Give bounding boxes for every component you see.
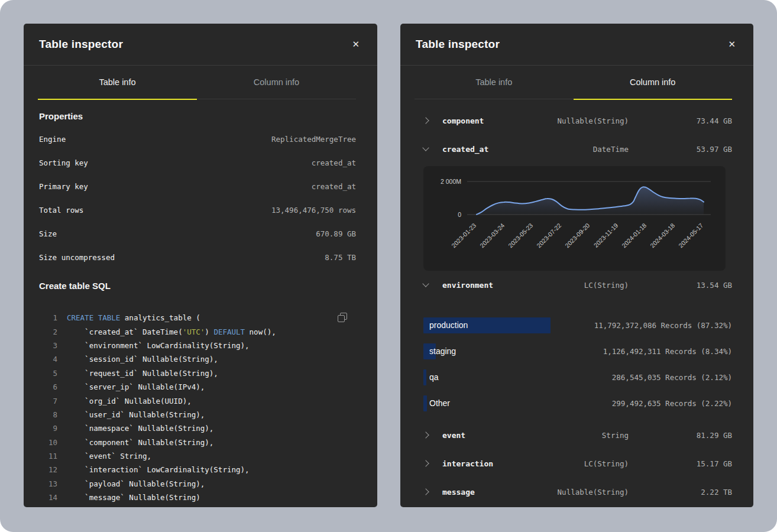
created-at-distribution-chart: 2 000M02023-01-232023-03-242023-05-23202… bbox=[423, 166, 726, 271]
create-table-sql-heading: Create table SQL bbox=[39, 281, 356, 291]
line-number: 2 bbox=[39, 327, 57, 336]
sql-token-pl: `environment` LowCardinality(String), bbox=[67, 341, 250, 350]
sql-code-block: 1CREATE TABLE analytics_table (2 `create… bbox=[24, 311, 377, 507]
close-button[interactable]: ✕ bbox=[349, 38, 362, 51]
column-row-interaction[interactable]: interactionLC(String)15.17 GB bbox=[400, 449, 753, 478]
sql-line: 13 `payload` Nullable(String), bbox=[24, 477, 377, 491]
x-axis-label: 2023-03-24 bbox=[478, 222, 506, 249]
column-row-environment[interactable]: environmentLC(String)13.54 GB bbox=[400, 271, 753, 299]
column-row-event[interactable]: eventString81.29 GB bbox=[400, 421, 753, 449]
column-size: 53.97 GB bbox=[629, 145, 732, 154]
sql-token-kw: CREATE TABLE bbox=[67, 313, 120, 322]
sql-line: 15) ENGINE = ReplicatedMergeTree('/click… bbox=[24, 504, 377, 507]
sql-code: 1CREATE TABLE analytics_table (2 `create… bbox=[24, 311, 377, 507]
sql-token-pl: `org_id` Nullable(UUID), bbox=[67, 397, 192, 406]
chevron-right-icon[interactable] bbox=[422, 488, 429, 495]
properties-list: EngineReplicatedMergeTreeSorting keycrea… bbox=[24, 127, 377, 269]
column-name: component bbox=[442, 116, 540, 125]
line-number: 1 bbox=[39, 313, 57, 322]
chevron-right-icon[interactable] bbox=[422, 460, 429, 466]
sql-line-text: CREATE TABLE analytics_table ( bbox=[67, 313, 200, 322]
copy-sql-button[interactable] bbox=[335, 312, 348, 325]
sql-token-pl: `user_id` Nullable(String), bbox=[67, 410, 205, 419]
property-value: 8.75 TB bbox=[325, 253, 356, 262]
sql-line-text: `user_id` Nullable(String), bbox=[67, 410, 205, 419]
sql-line: 5 `request_id` Nullable(String), bbox=[24, 366, 377, 380]
x-axis-label: 2024-05-17 bbox=[677, 222, 705, 249]
x-axis-label: 2024-03-18 bbox=[649, 222, 676, 249]
sql-token-pl: `session_id` Nullable(String), bbox=[67, 355, 218, 364]
sql-line: 8 `user_id` Nullable(String), bbox=[24, 408, 377, 421]
column-row-component[interactable]: componentNullable(String)73.44 GB bbox=[400, 106, 753, 135]
sql-token-str: 'UTC' bbox=[183, 327, 205, 336]
sql-line-text: `component` Nullable(String), bbox=[67, 438, 213, 447]
sql-line-text: `request_id` Nullable(String), bbox=[67, 369, 218, 378]
sql-line: 12 `interaction` LowCardinality(String), bbox=[24, 463, 377, 476]
line-number: 14 bbox=[39, 493, 57, 502]
property-value: created_at bbox=[312, 158, 356, 167]
value-row-staging: staging1,126,492,311 Records (8.34%) bbox=[400, 338, 753, 364]
sql-token-pl: `message` Nullable(String) bbox=[67, 493, 200, 502]
column-row-message[interactable]: messageNullable(String)2.22 TB bbox=[400, 478, 753, 506]
sql-token-pl: `component` Nullable(String), bbox=[67, 438, 213, 447]
value-records: 1,126,492,311 Records (8.34%) bbox=[603, 347, 732, 356]
column-name: created_at bbox=[442, 145, 540, 154]
series-area bbox=[477, 187, 704, 215]
sql-token-kw: DEFAULT bbox=[213, 327, 245, 336]
value-label: staging bbox=[429, 346, 456, 356]
sql-token-pl: `server_ip` Nullable(IPv4), bbox=[67, 382, 205, 391]
value-bar bbox=[423, 369, 426, 385]
value-records: 299,492,635 Records (2.22%) bbox=[612, 399, 732, 408]
chevron-right-icon[interactable] bbox=[422, 432, 429, 438]
tab-column-info[interactable]: Column info bbox=[574, 66, 733, 100]
line-number: 12 bbox=[39, 465, 57, 474]
dialog-header: Table inspector ✕ bbox=[400, 24, 753, 65]
column-name: event bbox=[442, 431, 540, 440]
tab-table-info[interactable]: Table info bbox=[38, 66, 197, 100]
sql-line-text: `message` Nullable(String) bbox=[67, 493, 200, 502]
value-records: 11,792,372,086 Records (87.32%) bbox=[594, 321, 732, 330]
sql-line: 4 `session_id` Nullable(String), bbox=[24, 352, 377, 366]
screenshot-stage: Table inspector ✕ Table infoColumn info … bbox=[0, 0, 777, 532]
sql-line-text: `payload` Nullable(String), bbox=[67, 479, 205, 488]
column-size: 13.54 GB bbox=[629, 281, 732, 290]
value-bar bbox=[423, 395, 427, 411]
x-axis-label: 2023-09-20 bbox=[564, 222, 591, 249]
y-axis-label-zero: 0 bbox=[458, 211, 461, 218]
line-number: 8 bbox=[39, 410, 57, 419]
x-axis-label: 2023-05-23 bbox=[507, 222, 535, 249]
sql-token-pl: `interaction` LowCardinality(String), bbox=[67, 465, 250, 474]
sql-line: 11 `event` String, bbox=[24, 449, 377, 463]
line-number: 11 bbox=[39, 452, 57, 460]
sql-line-text: `created_at` DateTime('UTC') DEFAULT now… bbox=[67, 327, 276, 336]
value-label: production bbox=[429, 320, 468, 330]
property-label: Engine bbox=[39, 135, 66, 144]
close-button[interactable]: ✕ bbox=[726, 38, 738, 51]
column-size: 15.17 GB bbox=[629, 459, 732, 468]
column-type: DateTime bbox=[540, 145, 629, 154]
sql-line: 6 `server_ip` Nullable(IPv4), bbox=[24, 380, 377, 394]
chevron-right-icon[interactable] bbox=[422, 117, 429, 124]
line-number: 10 bbox=[39, 438, 57, 447]
sql-line-text: `session_id` Nullable(String), bbox=[67, 355, 218, 364]
column-name: message bbox=[442, 488, 540, 497]
property-label: Primary key bbox=[39, 182, 88, 191]
column-row-created_at[interactable]: created_atDateTime53.97 GB bbox=[400, 135, 753, 163]
value-label: qa bbox=[429, 372, 439, 382]
sql-line: 7 `org_id` Nullable(UUID), bbox=[24, 394, 377, 407]
chevron-down-icon[interactable] bbox=[422, 280, 429, 287]
chevron-down-icon[interactable] bbox=[422, 144, 429, 151]
sql-token-pl: analytics_table ( bbox=[120, 313, 200, 322]
line-number: 5 bbox=[39, 369, 57, 378]
tab-column-info[interactable]: Column info bbox=[197, 66, 356, 100]
column-size: 81.29 GB bbox=[629, 431, 732, 440]
column-type: String bbox=[540, 431, 629, 440]
value-row-qa: qa286,545,035 Records (2.12%) bbox=[400, 364, 753, 390]
tab-table-info[interactable]: Table info bbox=[415, 66, 574, 100]
sql-token-pl: `namespace` Nullable(String), bbox=[67, 424, 213, 433]
tabs-right: Table infoColumn info bbox=[415, 66, 732, 99]
sql-line-text: `event` String, bbox=[67, 452, 151, 460]
line-number: 13 bbox=[39, 479, 57, 488]
property-value: 670.89 GB bbox=[316, 229, 356, 238]
sql-line-text: `interaction` LowCardinality(String), bbox=[67, 465, 250, 474]
